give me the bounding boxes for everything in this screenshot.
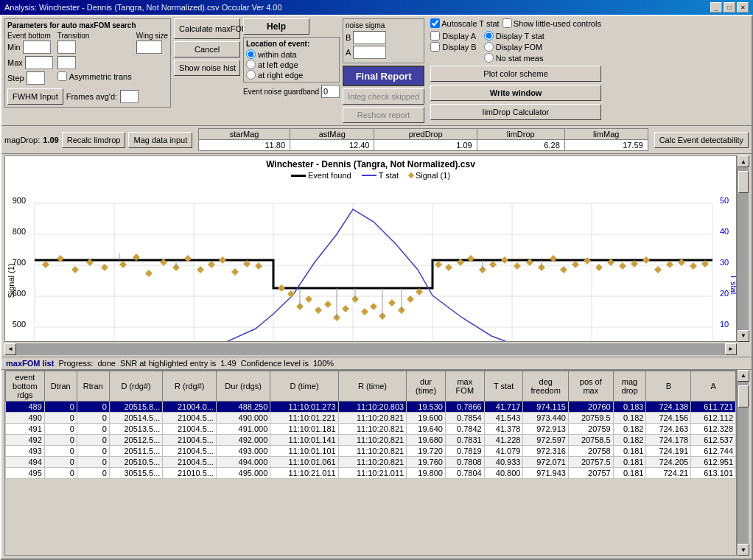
legend-event-label: Event found [308,171,351,180]
step-input[interactable]: 1 [27,71,45,85]
table-cell: 11:10:21.011 [270,467,338,478]
data-table-container[interactable]: eventbottomrdgs Dtran Rtran D (rdg#) R (… [4,370,737,556]
col-r-time: R (time) [338,371,406,401]
display-col1: Display A Display B [430,31,476,63]
table-cell: 0.7842 [445,423,484,434]
table-row[interactable]: 4890020515.8...21004.0...488.25011:10:01… [6,401,736,412]
table-cell: 972.913 [523,423,568,434]
table-cell: 0 [44,456,77,467]
frames-avgd-input[interactable]: 1 [120,90,139,103]
progress-label: Progress: [58,359,93,368]
col-max-fom: maxFOM [445,371,484,401]
svg-text:T stat: T stat [729,274,736,294]
noise-sigma-label: noise sigma [346,21,421,29]
autoscale-checkbox[interactable] [430,18,440,28]
col-d-time: D (time) [270,371,338,401]
display-tstat-radio[interactable] [484,31,494,41]
chart-scroll-up[interactable]: ▲ [738,155,749,167]
table-cell: 20511.5... [109,445,163,456]
svg-marker-69 [435,261,442,268]
table-row[interactable]: 4900020514.5...21004.5...490.00011:10:01… [6,412,736,423]
calc-event-button[interactable]: Calc Event detectability [654,132,749,148]
table-row[interactable]: 4950030515.5...21010.5...495.00011:10:21… [6,467,736,478]
astmag-val: 12.40 [290,140,374,151]
guardband-input[interactable] [321,85,340,98]
recalc-limdrop-button[interactable]: Recalc limdrop [62,132,126,148]
final-report-button[interactable]: Final Report [343,66,424,86]
min-label: Min [7,43,21,52]
noise-b-row: B 37.67 [346,31,421,44]
minimize-button[interactable]: _ [710,2,722,13]
table-cell: 492.000 [216,434,270,445]
table-vscroll[interactable]: ▲ ▼ [737,370,749,556]
display-b-checkbox[interactable] [430,42,440,52]
calculate-maxfom-button[interactable]: Calculate maxFOM [174,18,240,39]
limdrop-calc-button[interactable]: limDrop Calculator [430,104,601,120]
help-button[interactable]: Help [243,18,309,35]
svg-marker-60 [342,305,349,312]
table-cell: 0 [77,434,109,445]
table-cell: 0 [44,401,77,412]
col-deg-freedom: degfreedom [523,371,568,401]
integ-check-button[interactable]: Integ check skipped [343,88,424,105]
cancel-button[interactable]: Cancel [174,41,240,57]
event-location-title: Location of event: [246,40,337,48]
display-a-checkbox[interactable] [430,31,440,41]
chart-scroll-right[interactable]: ► [725,343,737,355]
wing-input[interactable]: 400 [136,41,162,54]
within-data-radio[interactable] [246,49,256,59]
chart-scroll-thumb[interactable] [738,171,749,193]
table-row[interactable]: 4940020510.5...21004.5...494.00011:10:01… [6,456,736,467]
table-scroll-up[interactable]: ▲ [738,370,749,382]
table-cell: 494.000 [216,456,270,467]
table-row[interactable]: 4910020513.5...21004.5...491.00011:10:01… [6,423,736,434]
table-scroll-down[interactable]: ▼ [738,544,749,556]
show-noise-hist-button[interactable]: Show noise hist [174,60,240,76]
table-cell: 0 [44,434,77,445]
chart-scroll-down[interactable]: ▼ [738,330,749,342]
table-row[interactable]: 4930020511.5...21004.5...493.00011:10:01… [6,445,736,456]
max-event-input[interactable]: 600 [25,56,53,69]
at-right-edge-radio[interactable] [246,70,256,80]
display-fom-row: Display FOM [484,42,544,52]
svg-text:800: 800 [13,227,26,236]
min-trans-input[interactable]: 0 [57,41,76,54]
table-cell: 21004.0... [163,401,217,412]
table-cell: 20514.5... [109,412,163,423]
chart-scroll-left[interactable]: ◄ [4,343,16,355]
reshow-report-button[interactable]: Reshow report [343,107,424,123]
table-cell: 724.138 [646,401,691,412]
min-event-input[interactable]: 100 [23,41,51,54]
max-label: Max [7,58,23,67]
table-cell: 972.597 [523,434,568,445]
wing-col: Wing size 400 [136,32,168,86]
mag-data-input-button[interactable]: Mag data input [128,132,192,148]
noise-b-input[interactable]: 37.67 [353,31,386,44]
window-controls[interactable]: _ □ ✕ [710,2,749,13]
at-left-edge-radio[interactable] [246,60,256,69]
table-cell: 973.440 [523,412,568,423]
table-cell: 20515.8... [109,401,163,412]
close-button[interactable]: ✕ [737,2,749,13]
svg-marker-48 [208,261,215,268]
max-trans-input[interactable]: 0 [57,56,76,69]
fwhm-button[interactable]: FWHM Input [7,88,63,105]
show-little-checkbox[interactable] [502,18,512,28]
limmag-val: 17.59 [564,140,648,151]
plot-color-scheme-button[interactable]: Plot color scheme [430,66,601,82]
table-cell: 0.7808 [445,456,484,467]
no-stat-radio[interactable] [484,53,494,63]
limdrop-val: 6.28 [477,140,564,151]
write-window-button[interactable]: Write window [430,85,601,101]
chart-vscroll[interactable]: ▲ ▼ [737,155,749,342]
confidence-value: 100% [313,359,334,368]
svg-text:500: 500 [13,320,26,329]
asymmetric-checkbox[interactable] [57,71,67,81]
noise-a-input[interactable]: 50.55 [353,46,386,59]
table-cell: 0 [44,423,77,434]
table-cell: 613.101 [691,467,736,478]
table-row[interactable]: 4920020512.5...21004.5...492.00011:10:01… [6,434,736,445]
display-fom-radio[interactable] [484,42,494,52]
maximize-button[interactable]: □ [724,2,735,13]
table-scroll-thumb[interactable] [738,385,749,407]
